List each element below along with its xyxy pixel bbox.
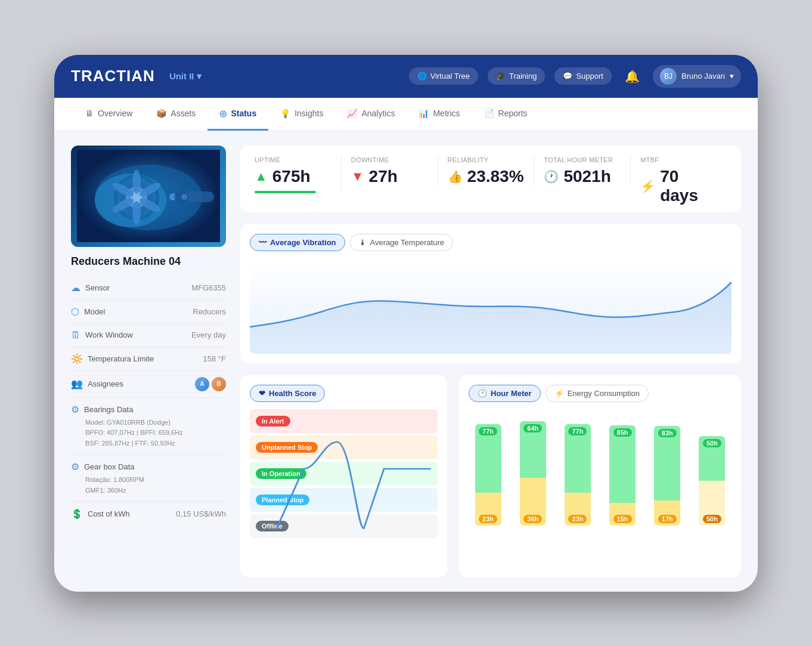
bar-green-2: 64h bbox=[520, 421, 546, 478]
gearbox-rotation: Rotação: 1.800RPM bbox=[85, 475, 226, 486]
monitor-icon: 🖥 bbox=[85, 109, 94, 118]
bar-green-1: 77h bbox=[475, 424, 501, 493]
support-label: Support bbox=[576, 72, 603, 81]
total-hour-meter-label: Total Hour Meter bbox=[544, 156, 621, 163]
cost-row: 💲 Cost of kWh 0,15 US$/kWh bbox=[71, 502, 226, 526]
bar-top-label-6: 50h bbox=[703, 439, 721, 447]
assignees-row: 👥 Assignees A B bbox=[71, 371, 226, 398]
bearings-block: ⚙ Bearings Data Model: GYA010RRB (Dodge)… bbox=[71, 398, 226, 456]
temp-icon: 🔆 bbox=[71, 353, 83, 364]
vibration-chart bbox=[250, 258, 732, 354]
avg-temperature-tab[interactable]: 🌡 Average Temperature bbox=[350, 234, 454, 251]
support-button[interactable]: 💬 Support bbox=[554, 67, 612, 85]
uptime-stat: Uptime ▲ 675h bbox=[255, 156, 342, 193]
bar-yellow-2: 36h bbox=[520, 478, 546, 526]
user-menu-button[interactable]: BJ Bruno Javan ▾ bbox=[653, 65, 741, 88]
nav-overview[interactable]: 🖥 Overview bbox=[73, 97, 144, 131]
avatar: BJ bbox=[660, 68, 677, 85]
bar-bottom-label-1: 23h bbox=[479, 515, 497, 523]
user-name-label: Bruno Javan bbox=[681, 72, 725, 81]
in-operation-band: In Operation bbox=[250, 462, 438, 486]
work-window-label: Work Window bbox=[85, 330, 133, 339]
logo: TRACTIAN bbox=[71, 67, 155, 85]
bearings-model: Model: GYA010RRB (Dodge) bbox=[85, 418, 226, 428]
mtbf-icon: ⚡ bbox=[640, 179, 655, 193]
machine-title: Reducers Machine 04 bbox=[71, 255, 226, 268]
right-content: Uptime ▲ 675h Downtime ▼ 27h Reliability bbox=[240, 146, 741, 577]
stats-row: Uptime ▲ 675h Downtime ▼ 27h Reliability bbox=[240, 146, 741, 212]
model-row: ⬡ Model Reducers bbox=[71, 300, 226, 324]
nav-metrics-label: Metrics bbox=[433, 109, 460, 118]
nav-assets-label: Assets bbox=[171, 109, 196, 118]
virtual-tree-label: Virtual Tree bbox=[430, 72, 470, 81]
bell-icon: 🔔 bbox=[625, 70, 640, 83]
health-score-tabs: ❤ Health Score bbox=[250, 385, 438, 402]
hour-meter-label: Hour Meter bbox=[491, 389, 532, 398]
uptime-arrow-icon: ▲ bbox=[255, 169, 268, 184]
nav-overview-label: Overview bbox=[98, 109, 132, 118]
training-button[interactable]: 🎓 Training bbox=[488, 67, 545, 85]
insights-icon: 💡 bbox=[280, 109, 290, 118]
model-value: Reducers bbox=[193, 307, 226, 316]
unit-label: Unit II bbox=[169, 71, 194, 81]
main-nav: 🖥 Overview 📦 Assets ◎ Status 💡 Insights … bbox=[54, 98, 758, 131]
unit-selector[interactable]: Unit II ▾ bbox=[169, 71, 202, 82]
nav-analytics[interactable]: 📈 Analytics bbox=[335, 97, 407, 131]
health-score-tab[interactable]: ❤ Health Score bbox=[250, 385, 325, 402]
thumbs-up-icon: 👍 bbox=[448, 169, 463, 184]
reliability-label: Reliability bbox=[448, 156, 525, 163]
health-icon: ❤ bbox=[259, 389, 265, 398]
chevron-down-icon: ▾ bbox=[730, 72, 734, 81]
uptime-bar bbox=[255, 191, 316, 193]
temp-limite-label: Temperatura Limite bbox=[88, 354, 154, 363]
model-icon: ⬡ bbox=[71, 306, 79, 317]
downtime-arrow-icon: ▼ bbox=[351, 169, 364, 184]
virtual-tree-icon: 🌐 bbox=[417, 72, 427, 81]
bar-col-5: 83h 17h bbox=[648, 412, 687, 526]
nav-reports[interactable]: 📄 Reports bbox=[472, 97, 540, 131]
downtime-label: Downtime bbox=[351, 156, 428, 163]
avg-temperature-label: Average Temperature bbox=[370, 238, 445, 247]
bar-green-6: 50h bbox=[699, 436, 725, 481]
bottom-row: ❤ Health Score In Alert Unplanned Stop bbox=[240, 375, 741, 577]
bearings-title-label: Bearings Data bbox=[84, 405, 133, 414]
in-alert-pill: In Alert bbox=[256, 416, 290, 426]
header: TRACTIAN Unit II ▾ 🌐 Virtual Tree 🎓 Trai… bbox=[54, 55, 758, 98]
virtual-tree-button[interactable]: 🌐 Virtual Tree bbox=[409, 67, 478, 85]
bar-bottom-label-2: 36h bbox=[523, 515, 542, 523]
bar-col-2: 64h 36h bbox=[513, 412, 552, 526]
assignees-icon: 👥 bbox=[71, 378, 83, 390]
unplanned-stop-band: Unplanned Stop bbox=[250, 435, 438, 459]
bearings-icon: ⚙ bbox=[71, 404, 79, 415]
energy-label: Energy Consumption bbox=[568, 389, 640, 398]
bar-top-label-3: 77h bbox=[568, 427, 587, 435]
nav-metrics[interactable]: 📊 Metrics bbox=[407, 97, 472, 131]
energy-tab[interactable]: ⚡ Energy Consumption bbox=[546, 385, 649, 402]
gearbox-title-label: Gear box Data bbox=[84, 462, 135, 471]
vibration-chart-svg bbox=[250, 258, 732, 354]
cost-icon: 💲 bbox=[71, 508, 83, 520]
in-operation-pill: In Operation bbox=[256, 468, 306, 479]
chart-tabs: 〰 Average Vibration 🌡 Average Temperatur… bbox=[250, 234, 732, 251]
gearbox-icon: ⚙ bbox=[71, 461, 79, 472]
health-chart: In Alert Unplanned Stop In Operation Pla… bbox=[250, 409, 438, 540]
sensor-icon: ☁ bbox=[71, 282, 80, 293]
nav-assets[interactable]: 📦 Assets bbox=[144, 97, 207, 131]
assets-icon: 📦 bbox=[156, 109, 166, 118]
bar-chart: 77h 23h 64h 36h bbox=[469, 409, 732, 526]
mtbf-value: 70 days bbox=[660, 167, 717, 205]
hour-meter-tab[interactable]: 🕐 Hour Meter bbox=[469, 385, 541, 402]
reports-icon: 📄 bbox=[484, 109, 494, 118]
offline-pill: Offline bbox=[256, 521, 289, 531]
avg-vibration-tab[interactable]: 〰 Average Vibration bbox=[250, 234, 345, 251]
nav-status[interactable]: ◎ Status bbox=[207, 97, 268, 131]
nav-insights[interactable]: 💡 Insights bbox=[268, 97, 335, 131]
bar-yellow-1: 23h bbox=[475, 493, 501, 526]
temperature-icon: 🌡 bbox=[359, 238, 367, 247]
notifications-button[interactable]: 🔔 bbox=[621, 66, 643, 87]
unplanned-stop-pill: Unplanned Stop bbox=[256, 442, 318, 453]
assignee-1: A bbox=[195, 377, 209, 391]
gearbox-block: ⚙ Gear box Data Rotação: 1.800RPM GMF1: … bbox=[71, 455, 226, 502]
bar-green-5: 83h bbox=[654, 426, 680, 500]
bar-green-4: 85h bbox=[609, 425, 636, 503]
